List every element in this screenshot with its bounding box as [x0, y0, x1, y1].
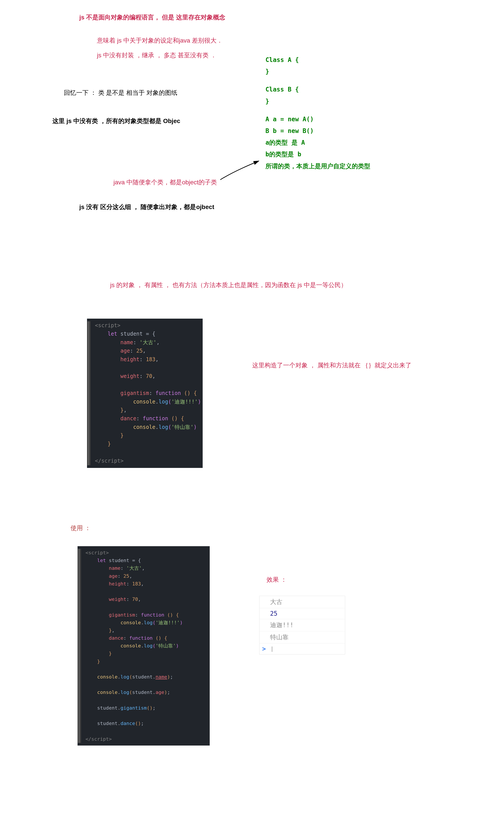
console-line: 迪迦!!! — [260, 619, 345, 631]
text-usage: 使用 ： — [71, 524, 91, 532]
code-line: 所谓的类，本质上是用户自定义的类型 — [266, 160, 370, 172]
console-output: 大古 25 迪迦!!! 特山靠 > — [259, 596, 345, 655]
java-pseudo-code: Class A { } Class B { } A a = new A() B … — [266, 54, 370, 172]
text-class-blueprint: 回忆一下 ： 类 是不是 相当于 对象的图纸 — [64, 89, 177, 97]
text-obj-props-methods: js 的对象 ， 有属性 ， 也有方法（方法本质上也是属性，因为函数在 js 中… — [110, 281, 347, 289]
arrow-icon — [217, 159, 266, 185]
code-line: A a = new A() — [266, 113, 370, 125]
console-line: 25 — [260, 608, 345, 619]
text-js-no-encap: js 中没有封装 ，继承 ， 多态 甚至没有类 ． — [97, 51, 217, 59]
code-line: } — [266, 66, 370, 77]
code-line: b的类型是 b — [266, 149, 370, 160]
text-all-objec: 这里 js 中没有类 ，所有的对象类型都是 Objec — [52, 117, 180, 125]
code-line: B b = new B() — [266, 125, 370, 137]
text-js-not-oop: js 不是面向对象的编程语言， 但是 这里存在对象概念 — [79, 13, 225, 22]
code-token: <script> — [95, 322, 121, 329]
console-line: 特山靠 — [260, 631, 345, 644]
chevron-right-icon: > — [262, 645, 266, 653]
text-java-subclass: java 中随便拿个类，都是object的子类 — [113, 178, 217, 187]
text-construct-obj: 这里构造了一个对象 ， 属性和方法就在 ｛｝就定义出来了 — [252, 361, 411, 370]
text-js-all-object: js 没有 区分这么细 ， 随便拿出对象，都是ojbect — [79, 203, 214, 211]
code-block-2: <script> let student = { name: '大古', age… — [78, 546, 210, 746]
code-line: a的类型 是 A — [266, 137, 370, 149]
code-line: Class B { — [266, 84, 370, 95]
cursor-icon — [272, 647, 272, 652]
console-prompt[interactable]: > — [260, 644, 345, 654]
text-js-diff-java: 意味着 js 中关于对象的设定和java 差别很大． — [97, 36, 223, 45]
code-block-1: <script> let student = { name: '大古', age… — [87, 319, 203, 468]
code-line: Class A { — [266, 54, 370, 66]
text-result: 效果 ： — [267, 576, 287, 584]
code-line: } — [266, 95, 370, 107]
console-line: 大古 — [260, 596, 345, 608]
